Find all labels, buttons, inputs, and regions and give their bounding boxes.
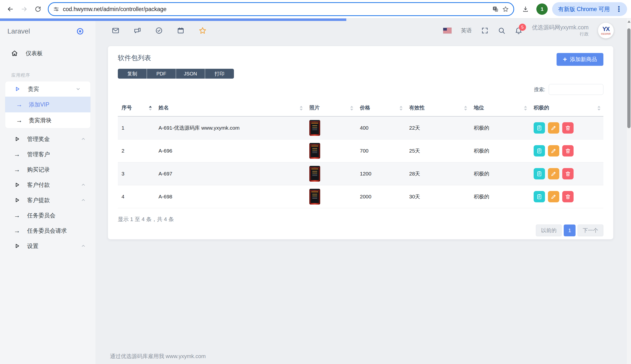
sidebar-item-purchase-records[interactable]: → 购买记录: [0, 162, 96, 177]
sidebar-item-settings[interactable]: 设置: [0, 238, 96, 254]
add-product-button[interactable]: + 添加新商品: [556, 53, 604, 66]
url-text[interactable]: cod.hwymw.net/admin/controller/package: [63, 6, 489, 12]
table-body: 1 A-691-优选源码库 www.yxymk.com 400 22天 积极的 …: [118, 116, 604, 208]
address-bar[interactable]: cod.hwymw.net/admin/controller/package: [48, 2, 514, 16]
print-button[interactable]: 打印: [205, 69, 234, 78]
play-triangle-icon: [14, 197, 20, 203]
edit-button[interactable]: [548, 191, 559, 202]
cell-actions: [530, 116, 604, 140]
sidebar-item-label: 仪表板: [26, 50, 43, 57]
previous-page-button[interactable]: 以前的: [536, 224, 562, 236]
mail-icon[interactable]: [112, 26, 120, 34]
scrollbar-up-arrow-icon[interactable]: [628, 20, 630, 23]
cell-price: 700: [356, 140, 406, 162]
reload-button[interactable]: [32, 3, 44, 16]
sidebar-item-manage-bonus[interactable]: 管理奖金: [0, 131, 96, 147]
sidebar-item-manage-customers[interactable]: → 管理客户: [0, 147, 96, 162]
cell-validity: 25天: [406, 140, 470, 162]
edit-button[interactable]: [548, 122, 559, 134]
delete-button[interactable]: [562, 145, 574, 156]
sort-icon: [350, 106, 353, 111]
cell-actions: [530, 140, 604, 162]
page-title: 软件包列表: [118, 54, 604, 62]
sidebar-item-add-vip[interactable]: → 添加VIP: [5, 96, 90, 112]
view-button[interactable]: [534, 122, 545, 134]
forward-button[interactable]: [18, 3, 30, 16]
arrow-right-icon: →: [14, 212, 20, 218]
view-button[interactable]: [534, 191, 545, 202]
edit-button[interactable]: [548, 145, 559, 156]
cell-name: A-696: [155, 140, 306, 162]
col-header-validity[interactable]: 有效性: [406, 101, 470, 116]
brand-logo[interactable]: Laravel: [8, 27, 30, 35]
sidebar-item-label: 管理奖金: [27, 135, 50, 143]
sort-icon: [149, 106, 152, 111]
search-icon[interactable]: [498, 27, 505, 34]
notifications-button[interactable]: 5: [515, 26, 522, 34]
json-button[interactable]: JSON: [176, 69, 205, 78]
sidebar-item-customer-withdrawals[interactable]: 客户提款: [0, 192, 96, 208]
pagination: 以前的 1 下一个: [118, 224, 604, 236]
chrome-update-chip[interactable]: 有新版 Chrome 可用 ⋮: [552, 2, 627, 16]
view-button[interactable]: [534, 168, 545, 180]
profile-avatar[interactable]: 1: [536, 4, 548, 15]
star-icon[interactable]: [198, 26, 207, 35]
scrollbar[interactable]: [627, 18, 631, 364]
arrow-right-icon: →: [14, 166, 20, 173]
col-header-status[interactable]: 地位: [470, 101, 530, 116]
menu-dots-icon[interactable]: ⋮: [613, 6, 624, 13]
copy-button[interactable]: 复制: [118, 69, 147, 78]
chrome-update-text: 有新版 Chrome 可用: [558, 6, 610, 13]
downloads-button[interactable]: [519, 3, 532, 16]
user-avatar[interactable]: YX 优选源码库: [598, 23, 614, 38]
col-header-name[interactable]: 姓名: [155, 101, 306, 116]
sidebar-item-dashboard[interactable]: 仪表板: [0, 44, 96, 62]
cell-photo: [306, 185, 356, 208]
sidebar-item-label: 任务委员会: [27, 212, 56, 219]
site-settings-icon[interactable]: [53, 6, 60, 12]
sidebar-item-task-committee-requests[interactable]: → 任务委员会请求: [0, 223, 96, 238]
back-button[interactable]: [4, 3, 17, 16]
delete-button[interactable]: [562, 168, 574, 180]
view-button[interactable]: [534, 145, 545, 156]
sidebar-item-vip[interactable]: 贵宾: [5, 81, 90, 96]
sort-icon: [400, 106, 402, 111]
sidebar-item-customer-payments[interactable]: 客户付款: [0, 177, 96, 192]
next-page-button[interactable]: 下一个: [578, 224, 604, 236]
translate-icon[interactable]: [492, 6, 499, 12]
arrow-right-icon: →: [14, 151, 20, 158]
cell-validity: 22天: [406, 116, 470, 140]
delete-button[interactable]: [562, 122, 574, 134]
col-header-price[interactable]: 价格: [356, 101, 406, 116]
cell-name: A-698: [155, 185, 306, 208]
edit-button[interactable]: [548, 168, 559, 180]
sidebar-toggle-icon[interactable]: [76, 27, 84, 36]
package-table: 序号 姓名 照片 价格 有效性 地位 积极的 1 A-691-优选源码库 www…: [118, 101, 604, 208]
sidebar-item-vip-slider[interactable]: → 贵宾滑块: [5, 112, 90, 128]
col-header-actions[interactable]: 积极的: [530, 101, 604, 116]
clipboard-icon: [536, 194, 542, 200]
pdf-button[interactable]: PDF: [147, 69, 176, 78]
col-header-sn[interactable]: 序号: [118, 101, 155, 116]
cell-price: 400: [356, 116, 406, 140]
arrow-right-icon: →: [14, 228, 20, 234]
fullscreen-icon[interactable]: [481, 27, 488, 34]
current-page-button[interactable]: 1: [564, 224, 576, 236]
delete-button[interactable]: [562, 191, 574, 202]
scrollbar-thumb[interactable]: [627, 28, 630, 128]
calendar-icon[interactable]: [177, 26, 184, 34]
check-circle-icon[interactable]: [155, 26, 163, 34]
main-content: 英语 5 优选源码网yxymk.com 行政: [96, 18, 631, 364]
col-header-photo[interactable]: 照片: [306, 101, 356, 116]
cell-sn: 2: [118, 140, 155, 162]
us-flag-icon[interactable]: [443, 28, 452, 34]
add-product-label: 添加新商品: [570, 56, 597, 63]
user-menu[interactable]: 优选源码网yxymk.com 行政: [532, 24, 588, 37]
language-selector[interactable]: 英语: [461, 27, 472, 34]
chat-icon[interactable]: [133, 26, 141, 34]
product-photo: [309, 143, 320, 159]
sidebar-item-task-committee[interactable]: → 任务委员会: [0, 208, 96, 223]
bookmark-star-icon[interactable]: [502, 6, 509, 12]
search-input[interactable]: [549, 84, 604, 95]
cell-photo: [306, 140, 356, 162]
